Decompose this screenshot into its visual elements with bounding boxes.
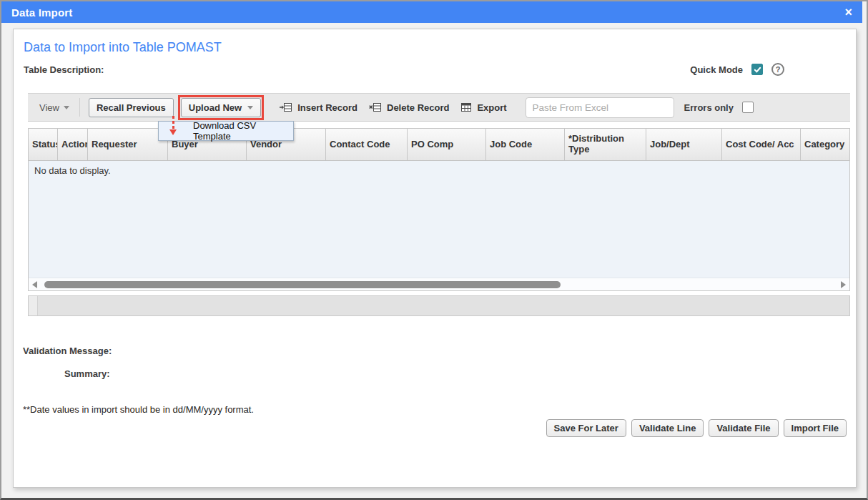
insert-record-button[interactable]: Insert Record <box>280 102 357 113</box>
column-header-action: Action <box>58 129 88 160</box>
column-header-category: Category <box>801 129 849 160</box>
horizontal-scrollbar[interactable] <box>29 278 849 290</box>
date-format-note: **Date values in import should be in dd/… <box>23 404 254 415</box>
errors-only-group: Errors only <box>684 102 754 113</box>
validation-message-label: Validation Message: <box>23 345 112 356</box>
screen: Data Import × Data to Import into Table … <box>0 0 868 500</box>
action-button-row: Save For Later Validate Line Validate Fi… <box>546 419 847 437</box>
check-icon <box>754 66 761 74</box>
upload-new-button[interactable]: Upload New <box>181 98 261 117</box>
column-header-cost-code-acc: Cost Code/ Acc <box>722 129 801 160</box>
view-menu[interactable]: View <box>39 102 69 113</box>
quick-mode-checkbox[interactable] <box>751 64 763 75</box>
scroll-left-icon[interactable] <box>32 281 37 288</box>
import-grid: Status Action Requester Buyer Vendor Con… <box>28 128 850 291</box>
help-icon[interactable]: ? <box>771 63 784 76</box>
close-icon[interactable]: × <box>844 6 852 19</box>
menu-item-download-csv-template[interactable]: Download CSV Template <box>193 120 293 142</box>
grid-header: Status Action Requester Buyer Vendor Con… <box>29 129 849 161</box>
description-row: Table Description: Quick Mode ? <box>24 64 847 75</box>
toolbar-separator <box>79 98 80 117</box>
delete-record-label: Delete Record <box>387 102 449 113</box>
export-button[interactable]: Export <box>460 102 506 113</box>
paste-from-excel-input[interactable] <box>526 97 674 118</box>
export-label: Export <box>477 102 506 113</box>
column-header-po-comp: PO Comp <box>408 129 486 160</box>
validate-line-button[interactable]: Validate Line <box>631 419 704 437</box>
errors-only-checkbox[interactable] <box>742 102 754 113</box>
data-import-dialog: Data to Import into Table POMAST Table D… <box>13 29 857 488</box>
delete-record-button[interactable]: Delete Record <box>369 102 449 113</box>
upload-new-highlight: Upload New <box>178 95 264 120</box>
column-header-status: Status <box>29 129 58 160</box>
export-icon <box>460 102 472 112</box>
window-title: Data Import <box>11 6 73 19</box>
page-title: Data to Import into Table POMAST <box>24 40 222 55</box>
insert-record-icon <box>280 102 292 112</box>
scrollbar-thumb[interactable] <box>44 281 561 288</box>
scroll-right-icon[interactable] <box>841 281 846 288</box>
delete-record-icon <box>369 102 382 112</box>
summary-label: Summary: <box>64 368 110 379</box>
grid-body: No data to display. <box>29 161 849 278</box>
grid-footer-edge-cell <box>29 296 38 315</box>
quick-mode-label: Quick Mode <box>690 64 743 75</box>
empty-message: No data to display. <box>34 165 111 176</box>
upload-new-menu: Download CSV Template <box>158 121 294 141</box>
column-header-distribution-type: *Distribution Type <box>565 129 646 160</box>
column-header-contact-code: Contact Code <box>326 129 408 160</box>
chevron-down-icon <box>64 106 69 109</box>
quick-mode-group: Quick Mode ? <box>690 63 784 76</box>
view-label: View <box>39 102 59 113</box>
import-file-button[interactable]: Import File <box>784 419 847 437</box>
validate-file-button[interactable]: Validate File <box>709 419 778 437</box>
titlebar: Data Import × <box>1 1 862 23</box>
recall-previous-button[interactable]: Recall Previous <box>89 98 174 117</box>
grid-footer-bar <box>28 295 850 316</box>
save-for-later-button[interactable]: Save For Later <box>546 419 626 437</box>
upload-new-label: Upload New <box>189 102 242 113</box>
table-description-label: Table Description: <box>24 64 104 75</box>
help-glyph: ? <box>776 65 781 74</box>
insert-record-label: Insert Record <box>297 102 357 113</box>
toolbar: View Recall Previous Upload New <box>28 93 850 122</box>
column-header-job-code: Job Code <box>486 129 565 160</box>
column-header-requester: Requester <box>88 129 168 160</box>
chevron-down-icon <box>247 106 253 109</box>
errors-only-label: Errors only <box>684 102 734 113</box>
column-header-job-dept: Job/Dept <box>646 129 722 160</box>
